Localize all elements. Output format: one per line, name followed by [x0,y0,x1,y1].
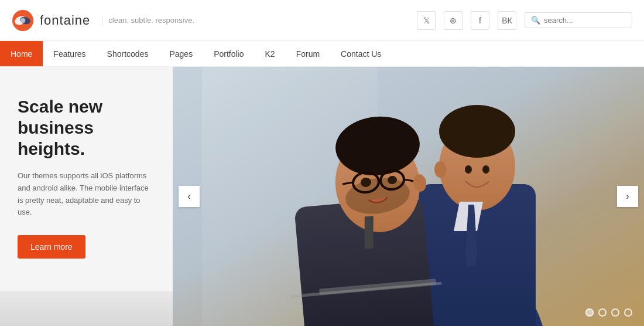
chevron-right-icon: › [626,191,629,202]
scene-illustration [173,67,644,326]
left-panel: Scale new business heights. Our themes s… [0,67,173,326]
facebook-icon[interactable]: f [471,11,489,30]
nav-item-forum[interactable]: Forum [286,41,330,66]
nav-item-portfolio[interactable]: Portfolio [203,41,254,66]
learn-more-button[interactable]: Learn more [18,235,85,259]
search-icon: 🔍 [531,16,540,25]
logo-area: fontaine clean. subtle. responsive. [12,9,194,32]
slider-prev-button[interactable]: ‹ [179,186,200,207]
nav-item-home[interactable]: Home [0,41,43,66]
logo-text: fontaine [40,13,90,28]
svg-rect-31 [173,67,644,326]
logo-icon [12,9,34,32]
slide-dot-4[interactable] [624,308,632,317]
dribbble-icon[interactable]: ⊛ [444,11,463,30]
hero-description: Our themes supports all iOS platforms an… [18,170,155,219]
slide-dot-1[interactable] [585,308,594,317]
nav-item-pages[interactable]: Pages [159,41,203,66]
slide-indicators [585,308,632,317]
slide-dot-2[interactable] [598,308,607,317]
svg-point-3 [20,18,25,23]
nav-item-k2[interactable]: K2 [255,41,286,66]
hero-title: Scale new business heights. [18,96,155,159]
nav-item-contact-us[interactable]: Contact Us [330,41,392,66]
slider-area [173,67,644,326]
navbar: HomeFeaturesShortcodesPagesPortfolioK2Fo… [0,41,644,67]
logo-tagline: clean. subtle. responsive. [102,16,194,25]
chevron-left-icon: ‹ [187,191,190,202]
slide-dot-3[interactable] [611,308,619,317]
slider-next-button[interactable]: › [617,186,638,207]
nav-item-features[interactable]: Features [43,41,96,66]
header-right: 𝕏 ⊛ f ВК 🔍 [417,11,632,30]
bottom-decoration [0,291,173,326]
main-content: Scale new business heights. Our themes s… [0,67,644,326]
search-input[interactable] [544,16,626,25]
header: fontaine clean. subtle. responsive. 𝕏 ⊛ … [0,0,644,41]
nav-item-shortcodes[interactable]: Shortcodes [97,41,159,66]
search-box: 🔍 [525,12,632,28]
vk-icon[interactable]: ВК [498,11,516,30]
twitter-icon[interactable]: 𝕏 [417,11,436,30]
